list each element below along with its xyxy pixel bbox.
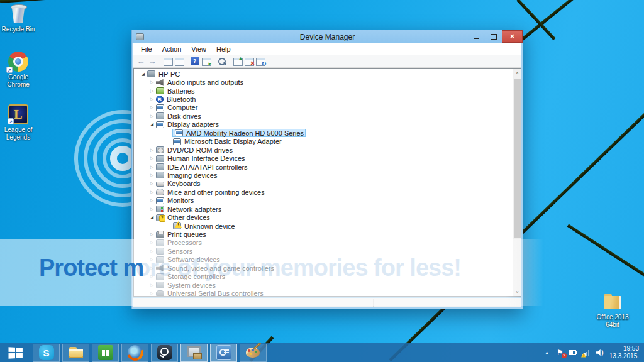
tree-item[interactable]: ▷Imaging devices [135,171,512,179]
minimize-button[interactable] [468,30,485,43]
expand-icon[interactable]: ▷ [148,249,155,254]
forward-icon[interactable] [147,57,158,67]
expand-icon[interactable]: ▷ [148,240,155,245]
tree-item[interactable]: ◢Display adapters [135,121,512,129]
expand-icon[interactable]: ▷ [148,173,155,178]
taskbar-paint[interactable] [240,344,267,362]
expand-icon[interactable]: ▷ [148,80,155,85]
expand-icon[interactable]: ▷ [148,165,155,170]
tree-item[interactable]: ▷Keyboards [135,180,512,188]
tree-item[interactable]: AMD Mobility Radeon HD 5000 Series [135,129,512,137]
tree-item-label: Imaging devices [167,172,218,179]
desktop-icon-google-chrome[interactable]: ↗Google Chrome [0,52,38,89]
expand-icon[interactable]: ▷ [148,148,155,153]
device-tree-panel: ◢HP-PC▷Audio inputs and outputs▷Batterie… [133,68,521,297]
tree-item[interactable]: ◢HP-PC [135,70,512,78]
power-icon[interactable] [569,349,577,357]
tree-item[interactable]: ▷IDE ATA/ATAPI controllers [135,163,512,171]
desktop-icon-recycle-bin[interactable]: Recycle Bin [0,4,38,33]
collapse-icon[interactable]: ◢ [148,215,155,220]
tree-item-label: Batteries [167,87,194,95]
tree-item[interactable]: ▷Audio inputs and outputs [135,78,512,86]
tree-item[interactable]: ▷System devices [135,281,512,289]
tree-item[interactable]: ▷Universal Serial Bus controllers [135,289,512,296]
expand-icon[interactable]: ▷ [148,266,155,271]
update-driver-icon[interactable] [232,57,243,67]
taskbar-device-manager[interactable] [180,344,208,362]
tree-item[interactable]: ▷Disk drives [135,112,512,120]
volume-icon[interactable] [596,349,604,357]
taskbar-file-explorer[interactable] [62,344,89,362]
scrollbar-thumb[interactable] [514,79,521,238]
expand-icon[interactable]: ▷ [148,283,155,288]
desktop-icon-league-of-legends[interactable]: ↗League of Legends [0,104,38,141]
expand-icon[interactable]: ▷ [148,207,155,212]
expand-icon[interactable]: ▷ [148,105,155,110]
tree-item[interactable]: ▷DVD/CD-ROM drives [135,146,512,154]
help-icon[interactable] [189,57,201,67]
tree-item[interactable]: ▷Network adapters [135,205,512,213]
expand-icon[interactable]: ▷ [148,97,155,102]
title-bar[interactable]: Device Manager × [132,30,523,43]
close-button[interactable]: × [502,30,523,43]
expand-icon[interactable]: ▷ [148,291,155,296]
tree-item[interactable]: ▷Print queues [135,230,512,238]
expand-icon[interactable]: ▷ [148,181,155,186]
show-console-tree-icon[interactable] [162,57,174,67]
tree-item[interactable]: ▷Software devices [135,256,512,264]
tree-item[interactable]: ◢Other devices [135,213,512,221]
tree-item-label: Display adapters [167,121,219,128]
taskbar-windows-store[interactable] [92,344,119,362]
tree-item[interactable]: ▷Batteries [135,87,512,95]
scroll-down-icon[interactable]: ∨ [513,288,521,296]
show-action-pane-icon[interactable] [201,57,212,67]
taskbar-clock[interactable]: 19:53 13.3.2015. [609,345,639,361]
uninstall-device-icon[interactable] [243,57,255,67]
tree-item-label: Human Interface Devices [167,155,245,162]
taskbar-skype[interactable] [33,344,60,362]
expand-icon[interactable]: ▷ [148,156,155,161]
expand-icon[interactable]: ▷ [148,232,155,237]
tree-item[interactable]: Microsoft Basic Display Adapter [135,138,512,146]
network-icon[interactable] [582,349,591,357]
tree-item[interactable]: ▷Monitors [135,197,512,205]
tree-item[interactable]: ▷Processors [135,239,512,247]
menu-action[interactable]: Action [157,44,187,54]
taskbar-steam[interactable] [151,344,178,362]
maximize-button[interactable] [485,30,502,43]
start-button[interactable] [0,343,31,362]
menu-help[interactable]: Help [211,44,236,54]
collapse-icon[interactable]: ◢ [148,122,155,127]
collapse-icon[interactable]: ◢ [140,72,147,77]
expand-icon[interactable]: ▷ [148,257,155,262]
back-icon[interactable] [135,57,147,67]
tree-item[interactable]: ▷Sensors [135,247,512,255]
tree-item[interactable]: ▷Bluetooth [135,95,512,103]
expand-icon[interactable]: ▷ [148,198,155,203]
taskbar-firefox[interactable] [121,344,148,362]
dvd-icon [156,146,164,153]
tree-item[interactable]: ▷Mice and other pointing devices [135,188,512,196]
desktop-icon-office-folder[interactable]: Office 2013 64bit [592,292,633,329]
hidden-icons-icon[interactable] [543,349,551,357]
expand-icon[interactable]: ▷ [148,114,155,119]
expand-icon[interactable]: ▷ [148,89,155,94]
tree-item[interactable]: ▷Storage controllers [135,273,512,281]
menu-view[interactable]: View [186,44,211,54]
tree-item[interactable]: ▷Human Interface Devices [135,154,512,162]
scan-hardware-changes-icon[interactable] [255,57,266,67]
menu-file[interactable]: File [136,44,157,54]
properties-icon[interactable] [174,57,185,67]
taskbar-display-settings[interactable] [210,344,237,362]
status-separator [373,299,374,307]
vertical-scrollbar[interactable]: ∧ ∨ [513,69,521,296]
tree-item[interactable]: ▷Computer [135,104,512,112]
tree-item[interactable]: Unknown device [135,222,512,230]
tree-item[interactable]: ▷Sound, video and game controllers [135,264,512,272]
expand-icon[interactable]: ▷ [148,274,155,279]
tree-item-label: Computer [167,104,197,111]
action-center-icon[interactable] [556,349,564,357]
search-device-icon[interactable] [216,57,228,67]
scroll-up-icon[interactable]: ∧ [513,69,521,77]
expand-icon[interactable]: ▷ [148,190,155,195]
